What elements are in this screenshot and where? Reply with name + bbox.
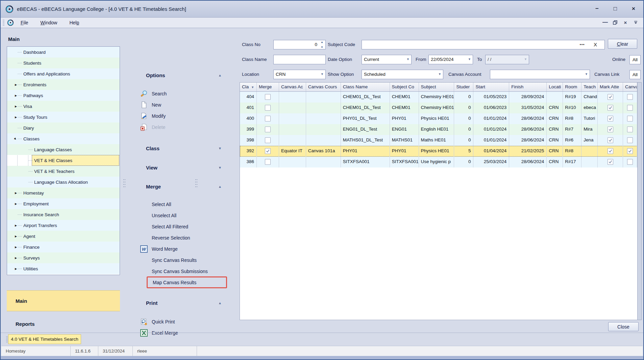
checkbox-unchecked[interactable] — [265, 137, 271, 143]
column-header-subject-code[interactable]: Subject Co — [390, 83, 419, 91]
sidebar-item-employment[interactable]: ▸Employment — [7, 198, 120, 209]
sidebar-item-vet-he-teachers[interactable]: VET & HE Teachers — [7, 166, 120, 177]
subject-code-clear-icon[interactable]: X — [594, 40, 597, 49]
table-row-386[interactable]: 386SITXFSA001SITXFSA001Use hygienic p025… — [240, 157, 637, 167]
checkbox-unchecked[interactable] — [265, 116, 271, 121]
action-sync-canvas-results[interactable]: Sync Canvas Results — [125, 254, 237, 266]
sidebar-item-finance[interactable]: ▸Finance — [7, 242, 120, 252]
table-row-392[interactable]: 392Equator ITCanvas 101aPHY01PHY01Physic… — [240, 146, 637, 157]
checkbox-unchecked[interactable] — [627, 137, 633, 143]
sidebar-item-vet-he-classes[interactable]: VET & HE Classes — [7, 155, 120, 166]
tabstrip-grip[interactable] — [6, 336, 8, 342]
action-word-merge[interactable]: WWord Merge — [125, 243, 237, 254]
section-header-view[interactable]: View▼ — [125, 165, 237, 173]
column-header-location[interactable]: Locati — [547, 83, 563, 91]
column-header-mark-att[interactable]: Mark Atte — [598, 83, 623, 91]
checkbox-unchecked[interactable] — [627, 159, 633, 165]
column-header-canvas-account[interactable]: Canvas Ac — [279, 83, 306, 91]
tree-collapsed-icon[interactable]: ▸ — [15, 93, 17, 97]
class-no-spinner[interactable]: ▲▼ — [319, 41, 325, 49]
checkbox-unchecked[interactable] — [627, 127, 633, 132]
checkbox-unchecked[interactable] — [627, 116, 633, 121]
column-header-canvas-course[interactable]: Canvas Cours — [306, 83, 341, 91]
tree-expanded-icon[interactable]: ▸ — [14, 137, 18, 141]
menu-help[interactable]: Help — [65, 19, 83, 27]
action-new[interactable]: New — [125, 99, 237, 110]
location-select[interactable]: CRN ▼ — [273, 70, 326, 79]
tree-collapsed-icon[interactable]: ▸ — [15, 223, 17, 227]
column-header-class-name[interactable]: Class Name — [341, 83, 390, 91]
close-window-icon[interactable]: × — [628, 4, 639, 14]
sidebar-reports-button[interactable]: Reports — [7, 318, 120, 330]
clear-button[interactable]: Clear — [608, 39, 637, 49]
menu-window[interactable]: Window — [36, 19, 61, 27]
date-option-select[interactable]: Current ▼ — [362, 55, 412, 64]
table-row-400[interactable]: 400PHY01_DL_TestPHY01Physics HE01001/01/… — [240, 113, 637, 124]
column-header-subject[interactable]: Subject — [419, 83, 454, 91]
collapse-section-icon[interactable]: ▲ — [218, 301, 222, 305]
action-search[interactable]: Search — [125, 88, 237, 99]
sidebar-item-utilities[interactable]: ▸Utilities — [7, 263, 120, 274]
collapse-section-icon[interactable]: ▲ — [218, 185, 222, 188]
action-quick-print[interactable]: Quick Print — [125, 316, 237, 327]
class-name-input[interactable] — [273, 55, 326, 64]
sidebar-item-enrolments[interactable]: ▸Enrolments — [7, 79, 120, 90]
column-header-class-no[interactable]: Cla▼ — [240, 83, 257, 91]
column-header-canvas[interactable]: Canva — [623, 83, 637, 91]
tree-collapsed-icon[interactable]: ▸ — [15, 83, 17, 87]
column-header-start[interactable]: Start — [473, 83, 509, 91]
sidebar-item-students[interactable]: Students — [7, 58, 120, 68]
open-window-tab[interactable]: 4.0 VET & HE Timetables Search — [8, 334, 81, 344]
column-header-room[interactable]: Room — [563, 83, 581, 91]
mdi-close-icon[interactable]: × — [622, 20, 628, 25]
sidebar-item-language-class-allocation[interactable]: Language Class Allocation — [7, 177, 120, 187]
tree-collapsed-icon[interactable]: ▸ — [15, 202, 17, 206]
table-scrollbar[interactable] — [637, 82, 642, 320]
checkbox-checked[interactable] — [608, 94, 613, 100]
column-header-merge[interactable]: Merge — [257, 83, 279, 91]
action-select-all-filtered[interactable]: Select All Filtered — [125, 221, 237, 232]
tree-collapsed-icon[interactable]: ▸ — [15, 234, 17, 238]
column-header-finish[interactable]: Finish — [509, 83, 547, 91]
sidebar-item-language-classes[interactable]: Language Classes — [7, 144, 120, 155]
mdi-restore-icon[interactable] — [612, 20, 618, 25]
tree-collapsed-icon[interactable]: ▸ — [15, 191, 17, 195]
action-sync-canvas-submissions[interactable]: Sync Canvas Submissions — [125, 266, 237, 277]
subject-code-browse-icon[interactable]: ⋯ — [579, 40, 585, 49]
from-date-select[interactable]: 22/05/2024 ▼ — [428, 55, 473, 64]
action-reverse-selection[interactable]: Reverse Selection — [125, 232, 237, 243]
column-header-students[interactable]: Studer — [454, 83, 473, 91]
canvas-account-select[interactable]: ▼ — [490, 70, 590, 79]
maximize-window-icon[interactable]: □ — [610, 4, 620, 14]
table-row-401[interactable]: 401CHEM01_DL_TestCHEM01Chemistry HE01001… — [240, 103, 637, 113]
checkbox-checked[interactable] — [608, 116, 613, 121]
sidebar-item-offers-and-applications[interactable]: Offers and Applications — [7, 68, 120, 79]
class-no-input[interactable]: 0 ▲▼ — [273, 40, 326, 49]
action-map-canvas-results[interactable]: Map Canvas Results — [147, 276, 227, 288]
sidebar-item-diary[interactable]: Diary — [7, 122, 120, 133]
tree-collapsed-icon[interactable]: ▸ — [15, 104, 17, 108]
checkbox-checked[interactable] — [608, 159, 613, 165]
table-row-398[interactable]: 398MATHS01_DL_TestMATHS01Maths HE01001/0… — [240, 135, 637, 146]
mdi-minimize-icon[interactable]: — — [602, 20, 608, 25]
collapse-section-icon[interactable]: ▲ — [218, 73, 222, 77]
checkbox-checked[interactable] — [608, 148, 613, 154]
sidebar-item-study-tours[interactable]: ▸Study Tours — [7, 112, 120, 122]
subject-code-input[interactable]: ⋯ X — [362, 40, 605, 49]
sidebar-item-airport-transfers[interactable]: ▸Airport Transfers — [7, 220, 120, 231]
tree-collapsed-icon[interactable]: ▸ — [15, 267, 17, 271]
expand-section-icon[interactable]: ▼ — [218, 166, 222, 170]
section-header-print[interactable]: Print▲ — [125, 300, 237, 308]
to-date-select[interactable]: / / ▼ — [485, 55, 529, 64]
show-option-select[interactable]: Scheduled ▼ — [362, 70, 443, 79]
section-header-options[interactable]: Options▲ — [125, 72, 237, 81]
checkbox-unchecked[interactable] — [265, 159, 271, 165]
sidebar-main-button[interactable]: Main — [7, 290, 120, 311]
sidebar-item-pathways[interactable]: ▸Pathways — [7, 90, 120, 101]
sidebar-item-dashboard[interactable]: Dashboard — [7, 47, 120, 58]
checkbox-checked[interactable] — [608, 137, 613, 143]
checkbox-unchecked[interactable] — [627, 94, 633, 100]
menubar-grip[interactable] — [3, 20, 4, 26]
checkbox-checked[interactable] — [608, 127, 613, 132]
expand-section-icon[interactable]: ▼ — [218, 147, 222, 150]
